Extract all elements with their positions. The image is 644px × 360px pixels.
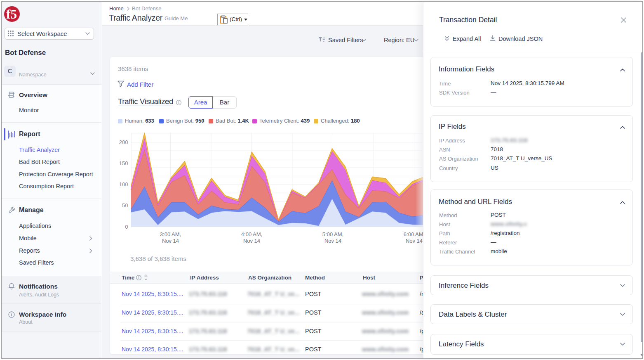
svg-text:Nov 14: Nov 14 — [162, 238, 179, 244]
svg-text:Nov 14: Nov 14 — [406, 238, 423, 244]
svg-text:200: 200 — [119, 139, 128, 145]
svg-text:100: 100 — [119, 181, 128, 187]
svg-text:6:00 AM,: 6:00 AM, — [404, 231, 425, 237]
svg-text:0: 0 — [125, 224, 128, 230]
svg-text:4:00 AM,: 4:00 AM, — [241, 231, 262, 237]
svg-text:Nov 14: Nov 14 — [324, 238, 341, 244]
svg-text:50: 50 — [122, 202, 128, 208]
svg-text:150: 150 — [119, 160, 128, 166]
svg-text:3:00 AM,: 3:00 AM, — [160, 231, 181, 237]
svg-text:5:00 AM,: 5:00 AM, — [322, 231, 343, 237]
svg-text:Nov 14: Nov 14 — [243, 238, 260, 244]
svg-text:f5: f5 — [6, 7, 17, 21]
